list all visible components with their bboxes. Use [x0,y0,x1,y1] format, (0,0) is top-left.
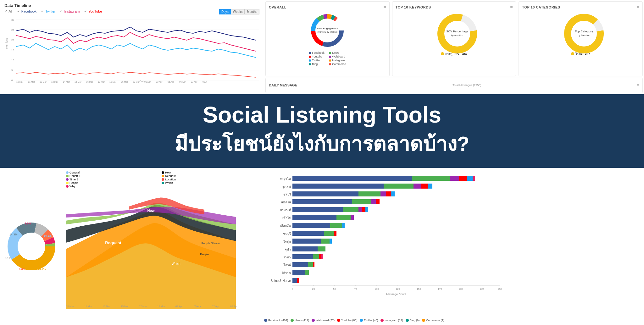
svg-text:จุฬา: จุฬา [285,248,291,251]
keywords-donut-container: SOV Percentage by mention กระดูก แข็กไหม [396,12,513,73]
svg-text:02 Apr: 02 Apr [175,305,183,308]
bottom-section: 40.7% 23.4% 14.3% 9.1% 6.3% 3.9% General… [0,168,644,325]
svg-text:People: People [200,253,209,256]
svg-text:ใจสุข: ใจสุข [283,240,291,244]
svg-text:10 Mar: 10 Mar [16,81,23,83]
bar-legend-blog: Blog (9) [406,319,420,322]
daily-subtitle: Total Messages (2955) [452,84,481,87]
svg-text:Request: Request [105,240,121,245]
svg-rect-93 [292,176,412,181]
svg-text:เข้าไป: เข้าไป [282,216,291,220]
legend-blog: Blog [309,63,326,66]
svg-rect-112 [376,199,380,204]
categories-donut: Top Category by Mention [562,12,600,49]
legend-youtube: Youtube [309,55,326,58]
svg-text:10 Mar: 10 Mar [66,305,74,308]
svg-rect-136 [292,262,308,267]
svg-text:07 Apr: 07 Apr [191,81,197,83]
bar-section: พญาไท กรุงเทพ ชลบุรี สมัครส ปาบุณฑ์ เข้า… [258,168,644,325]
days-button[interactable]: Days [219,9,231,14]
keywords-donut: SOV Percentage by mention [435,12,473,49]
svg-text:5: 5 [11,69,13,72]
svg-rect-107 [386,191,391,196]
daily-message-row: Daily Message Total Messages (2955) ≡ [265,78,643,93]
svg-text:Date: Date [140,80,145,83]
daily-title: Daily Message [269,83,297,87]
svg-text:17 Mar: 17 Mar [139,305,147,308]
svg-text:15: 15 [11,49,14,52]
timeline-chart: Mentions 30 25 20 15 10 5 0 [4,15,259,84]
filter-twitter[interactable]: ✓ Twitter [41,9,55,14]
svg-text:by Mention: by Mention [578,34,590,37]
legend-twitter: Twitter [309,59,326,62]
stream-chart: How Request Which People People Stealer … [66,189,255,322]
svg-text:รามา: รามา [283,256,291,259]
bar-chart: พญาไท กรุงเทพ ชลบุรี สมัครส ปาบุณฑ์ เข้า… [264,171,638,317]
svg-text:25: 25 [11,29,14,31]
top-panels-row: OVERALL ≡ [264,0,644,78]
legend-request: Request [162,174,255,178]
filter-all[interactable]: ✓ All [4,9,13,14]
svg-text:9.1%: 9.1% [5,256,11,260]
legend-news: News [329,51,346,54]
filter-facebook[interactable]: ✓ Facebook [17,9,36,14]
filter-youtube[interactable]: ✓ YouTube [84,9,102,14]
svg-text:225: 225 [480,288,484,290]
svg-text:08 Apr: 08 Apr [230,305,237,308]
svg-rect-104 [292,191,358,196]
svg-rect-138 [313,262,314,267]
categories-title: TOP 10 CATEGORIES [522,5,560,9]
top-section: Data Timeline ✓ All ✓ Facebook ✓ Twitter… [0,0,644,94]
svg-text:14.3%: 14.3% [9,233,18,236]
svg-rect-126 [334,231,336,236]
weeks-button[interactable]: Weeks [231,9,245,14]
svg-text:กรุงเทพ: กรุงเทพ [280,185,291,189]
legend-why: Why [66,185,159,188]
svg-text:150: 150 [417,288,421,290]
months-button[interactable]: Months [245,9,259,14]
svg-rect-113 [292,207,343,212]
svg-rect-133 [313,254,319,259]
svg-text:25: 25 [312,288,315,290]
svg-text:23.4%: 23.4% [44,234,52,238]
banner-title-1: Social Listening Tools [203,102,441,127]
keywords-menu-icon[interactable]: ≡ [510,5,513,10]
svg-rect-117 [365,207,368,212]
svg-rect-120 [351,215,354,220]
svg-text:29 Mar: 29 Mar [133,81,140,83]
svg-rect-110 [352,199,371,204]
svg-text:11 Mar: 11 Mar [28,81,35,83]
svg-text:08 A: 08 A [203,81,207,83]
svg-rect-122 [330,223,342,228]
overall-menu-icon[interactable]: ≡ [384,5,386,10]
svg-text:People Stealer: People Stealer [201,242,220,245]
svg-text:Which: Which [172,262,180,265]
svg-rect-102 [421,184,428,189]
top10-keywords-panel: TOP 10 KEYWORDS ≡ SOV Percentage by ment… [392,1,516,76]
legend-which: Which [162,181,255,185]
daily-menu-icon[interactable]: ≡ [637,83,639,88]
banner-title-2: มีประโยชน์ยังไงกับการตลาดบ้าง? [175,128,469,160]
svg-text:07 Apr: 07 Apr [212,305,219,308]
svg-rect-139 [292,270,305,275]
svg-rect-125 [324,231,334,236]
svg-rect-141 [292,278,297,283]
bar-legend-news: News (411) [291,319,309,322]
legend-people: People [66,181,159,185]
svg-rect-103 [428,184,432,189]
svg-text:40.7%: 40.7% [38,267,46,271]
legend-doubtful: Doubtful [66,174,159,178]
svg-text:30: 30 [11,19,14,21]
svg-rect-135 [321,254,323,259]
categories-menu-icon[interactable]: ≡ [637,5,639,10]
categories-panel-header: TOP 10 CATEGORIES ≡ [522,5,639,10]
svg-rect-118 [292,215,336,220]
svg-rect-96 [459,176,467,181]
timeline-panel: Data Timeline ✓ All ✓ Facebook ✓ Twitter… [0,0,264,94]
filter-instagram[interactable]: ✓ Instagram [60,9,80,14]
svg-text:18 Mar: 18 Mar [157,305,165,308]
svg-rect-127 [292,239,321,244]
svg-rect-106 [380,191,386,196]
overall-donut-container: Total Engagement overview by channel Fac… [269,12,386,73]
svg-text:สมัครส: สมัครส [281,201,291,204]
